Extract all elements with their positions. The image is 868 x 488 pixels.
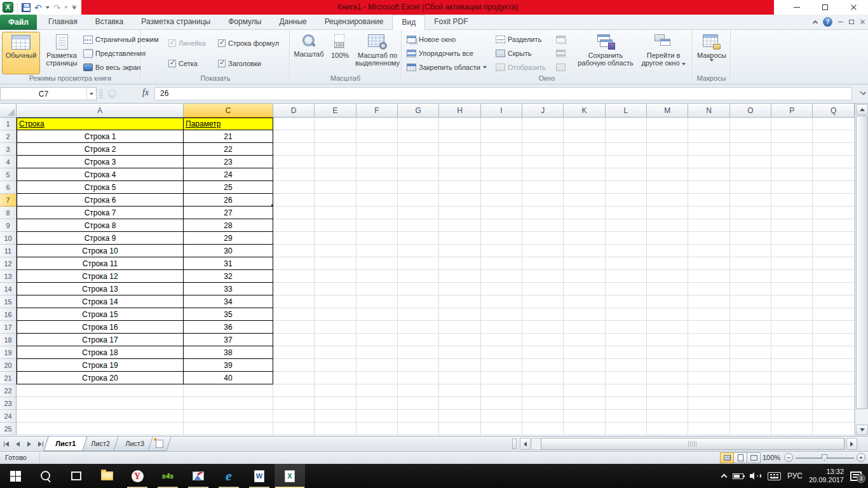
cell-G15[interactable]	[398, 295, 439, 308]
cell-N11[interactable]	[688, 245, 729, 257]
cell-L19[interactable]	[606, 346, 647, 359]
cell-P15[interactable]	[771, 295, 813, 308]
cell-M6[interactable]	[647, 181, 688, 194]
cell-M14[interactable]	[647, 283, 688, 295]
cell-M17[interactable]	[647, 321, 688, 334]
page-break-shortcut[interactable]	[747, 452, 761, 463]
cell-E5[interactable]	[315, 168, 356, 181]
cell-J14[interactable]	[522, 283, 564, 295]
cell-H3[interactable]	[439, 143, 480, 156]
cell-J21[interactable]	[522, 372, 564, 384]
cell-C23[interactable]	[184, 397, 273, 410]
cell-N23[interactable]	[688, 397, 729, 410]
cell-H24[interactable]	[439, 410, 480, 423]
cell-C17[interactable]: 36	[184, 321, 273, 334]
tab-view[interactable]: Вид	[392, 15, 425, 30]
cell-F13[interactable]	[356, 270, 398, 283]
cell-H16[interactable]	[439, 308, 480, 321]
cell-D17[interactable]	[273, 321, 315, 334]
row-header-5[interactable]: 5	[0, 168, 17, 181]
cell-H14[interactable]	[439, 283, 480, 295]
cell-I16[interactable]	[481, 308, 522, 321]
name-box-dropdown[interactable]	[86, 88, 96, 100]
cell-A16[interactable]: Строка 15	[17, 308, 184, 321]
cell-Q19[interactable]	[813, 346, 854, 359]
cell-A12[interactable]: Строка 11	[17, 257, 184, 270]
tab-formulas[interactable]: Формулы	[219, 15, 270, 30]
cell-J5[interactable]	[522, 168, 564, 181]
cell-I2[interactable]	[481, 130, 522, 143]
cell-I6[interactable]	[481, 181, 522, 194]
zoom-slider-thumb[interactable]	[822, 454, 827, 461]
cell-N6[interactable]	[688, 181, 729, 194]
cell-L24[interactable]	[606, 410, 647, 423]
cell-F16[interactable]	[356, 308, 398, 321]
cell-J1[interactable]	[522, 118, 564, 130]
cell-C15[interactable]: 34	[184, 295, 273, 308]
cell-H18[interactable]	[439, 334, 480, 346]
tab-file[interactable]: Файл	[0, 15, 37, 30]
cell-E2[interactable]	[315, 130, 356, 143]
cell-K8[interactable]	[564, 207, 605, 219]
cell-O17[interactable]	[730, 321, 771, 334]
cell-O8[interactable]	[730, 207, 771, 219]
cell-N16[interactable]	[688, 308, 729, 321]
cell-G7[interactable]	[398, 194, 439, 207]
cell-O1[interactable]	[730, 118, 771, 130]
cell-D15[interactable]	[273, 295, 315, 308]
row-header-1[interactable]: 1	[0, 118, 17, 130]
cell-Q7[interactable]	[813, 194, 854, 207]
cell-O12[interactable]	[730, 257, 771, 270]
cell-H12[interactable]	[439, 257, 480, 270]
cell-P21[interactable]	[771, 372, 813, 384]
cell-L14[interactable]	[606, 283, 647, 295]
cell-O5[interactable]	[730, 168, 771, 181]
cell-A8[interactable]: Строка 7	[17, 207, 184, 219]
cell-P2[interactable]	[771, 130, 813, 143]
tab-split-handle[interactable]	[512, 438, 517, 449]
zoom-in-button[interactable]: +	[857, 453, 865, 462]
cell-J20[interactable]	[522, 359, 564, 372]
cell-N18[interactable]	[688, 334, 729, 346]
cell-J18[interactable]	[522, 334, 564, 346]
cell-H4[interactable]	[439, 156, 480, 168]
cell-H17[interactable]	[439, 321, 480, 334]
cell-O6[interactable]	[730, 181, 771, 194]
cell-F11[interactable]	[356, 245, 398, 257]
cell-F18[interactable]	[356, 334, 398, 346]
cell-K10[interactable]	[564, 232, 605, 245]
cell-K1[interactable]	[564, 118, 605, 130]
cell-D10[interactable]	[273, 232, 315, 245]
cell-D24[interactable]	[273, 410, 315, 423]
cell-N24[interactable]	[688, 410, 729, 423]
cell-C11[interactable]: 30	[184, 245, 273, 257]
cell-N2[interactable]	[688, 130, 729, 143]
cell-M19[interactable]	[647, 346, 688, 359]
cell-C5[interactable]: 24	[184, 168, 273, 181]
cell-Q12[interactable]	[813, 257, 854, 270]
cell-F25[interactable]	[356, 423, 398, 435]
cell-G3[interactable]	[398, 143, 439, 156]
cell-E13[interactable]	[315, 270, 356, 283]
cell-D1[interactable]	[273, 118, 315, 130]
cell-C8[interactable]: 27	[184, 207, 273, 219]
cell-Q20[interactable]	[813, 359, 854, 372]
taskbar-search-button[interactable]	[31, 464, 61, 488]
cell-D22[interactable]	[273, 384, 315, 397]
cell-D5[interactable]	[273, 168, 315, 181]
cell-M3[interactable]	[647, 143, 688, 156]
cell-N9[interactable]	[688, 219, 729, 232]
cell-Q1[interactable]	[813, 118, 854, 130]
cell-H1[interactable]	[439, 118, 480, 130]
cell-P16[interactable]	[771, 308, 813, 321]
cell-D23[interactable]	[273, 397, 315, 410]
maximize-button[interactable]	[811, 0, 839, 15]
cell-A21[interactable]: Строка 20	[17, 372, 184, 384]
row-header-17[interactable]: 17	[0, 321, 17, 334]
cell-P12[interactable]	[771, 257, 813, 270]
column-header-J[interactable]: J	[522, 104, 564, 118]
yandex-browser-button[interactable]: Y	[122, 464, 153, 488]
cell-C7[interactable]: 26	[184, 194, 273, 207]
cell-H2[interactable]	[439, 130, 480, 143]
row-header-12[interactable]: 12	[0, 257, 17, 270]
